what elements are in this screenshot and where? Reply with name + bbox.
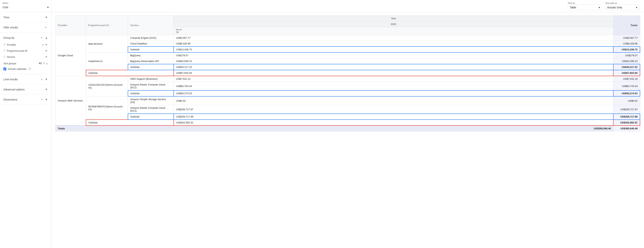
resize-handle-account[interactable]: ↔ bbox=[110, 25, 111, 27]
cell-subtotal-total-4: US$209,717.99 bbox=[613, 114, 640, 120]
remove-service-button[interactable]: ✕ bbox=[45, 55, 48, 59]
resize-handle-service[interactable]: ↔ bbox=[139, 25, 141, 27]
dimensions-section: Dimensions ＋ ▾ bbox=[0, 94, 51, 105]
cell-total-ec2-demo1: US$85,743.43 bbox=[613, 82, 640, 91]
cell-total-bq-reservation: US$43,938.15 bbox=[613, 58, 640, 64]
drag-handle-icon: ⠿ bbox=[4, 49, 5, 52]
sort-az-button[interactable]: AZ bbox=[39, 62, 42, 65]
cell-subtotal-red-month: US$57,653.94 bbox=[174, 70, 614, 76]
limit-results-collapse-button[interactable]: ▾ bbox=[45, 77, 48, 82]
limit-results-add-button[interactable]: ＋ bbox=[40, 77, 44, 82]
include-subtotals-checkbox[interactable] bbox=[4, 68, 6, 70]
include-subtotals-label: Include subtotals bbox=[8, 68, 26, 70]
sort-asc-button[interactable]: ↗ bbox=[42, 62, 45, 65]
cell-totals-label: Totals bbox=[56, 126, 174, 131]
group-by-add-button[interactable]: ＋ bbox=[40, 35, 44, 40]
th-service: Service ↔ bbox=[128, 16, 174, 35]
top-bar: View As Table ▾ View data as Actuals Onl… bbox=[52, 0, 644, 13]
metric-section: Metric Cost ▾ bbox=[0, 0, 51, 13]
table-row: reoptimize-io BigQuery US$279.07 US$279.… bbox=[56, 53, 640, 58]
view-data-as-select[interactable]: Actuals Only ▾ bbox=[605, 5, 640, 10]
data-table: Provider ↔ Project/Account ID ↔ Service … bbox=[55, 16, 640, 131]
cell-service-dataflow: Cloud Dataflow bbox=[128, 41, 174, 47]
cell-value-bq-reservation: US$43,938.15 bbox=[174, 58, 614, 64]
group-by-header[interactable]: Group by ＋ ▴ bbox=[4, 35, 48, 40]
sort-desc-button[interactable]: ↘ bbox=[46, 62, 48, 65]
filter-results-header[interactable]: Filter results ＋ bbox=[4, 25, 48, 30]
table-row: Google Cloud data-etl-prod Compute Engin… bbox=[56, 35, 640, 41]
chevron-up-icon: ▴ bbox=[46, 36, 47, 40]
cell-value-gce: US$4,007.77 bbox=[174, 35, 614, 41]
dimensions-collapse-button[interactable]: ▾ bbox=[45, 97, 48, 102]
resize-handle-provider[interactable]: ↔ bbox=[68, 25, 70, 27]
group-item-account-actions: ✕ bbox=[45, 49, 48, 53]
view-as-select[interactable]: Table ▾ bbox=[568, 5, 602, 10]
cell-value-ec2-demo2: US$209,717.97 bbox=[174, 105, 614, 114]
drag-handle-icon: ⠿ bbox=[4, 43, 5, 46]
cell-account-demo2: 567856785678 (Demo Account #2) bbox=[86, 96, 128, 120]
advanced-options-collapse-button[interactable]: ▾ bbox=[45, 87, 48, 92]
sort-icons: AZ ↗ ↘ bbox=[39, 62, 48, 65]
table-row: Cloud Dataflow US$9,428.96 US$9,428.96 bbox=[56, 41, 640, 47]
view-as-dropdown: View As Table ▾ bbox=[568, 2, 602, 10]
limit-results-label: Limit results bbox=[4, 78, 18, 81]
table-row: Amazon Elastic Compute Cloud (EC2) US$20… bbox=[56, 105, 640, 114]
cell-subtotal-red-total: US$57,653.94 bbox=[613, 70, 640, 76]
cell-value-dataflow: US$9,428.96 bbox=[174, 41, 614, 47]
table-row-subtotal-blue-3: Subtotal US$93,274.53 US$93,274.53 bbox=[56, 90, 640, 96]
dimensions-header[interactable]: Dimensions ＋ ▾ bbox=[4, 97, 48, 102]
cell-account-demo1: 123412341234 (Demo Account #1) bbox=[86, 76, 128, 96]
sort-groups-label: Sort groups bbox=[4, 62, 16, 65]
cell-value-s3: US$0.02 bbox=[174, 96, 614, 105]
view-as-chevron-icon: ▾ bbox=[599, 6, 600, 9]
plus-icon: ＋ bbox=[40, 36, 43, 40]
table-row-subtotal-red-2: Subtotal US$302,992.52 US$302,992.52 bbox=[56, 120, 640, 126]
cell-value-ec2-demo1: US$85,743.43 bbox=[174, 82, 614, 91]
time-section: Time ▾ bbox=[0, 13, 51, 22]
cell-value-aws-support: US$7,531.10 bbox=[174, 76, 614, 82]
dimensions-add-button[interactable]: ＋ bbox=[40, 97, 44, 102]
table-row-subtotal-red: Subtotal US$57,653.94 US$57,653.94 bbox=[56, 70, 640, 76]
view-data-as-chevron-icon: ▾ bbox=[636, 6, 637, 9]
group-item-account-label: Project/Account ID bbox=[7, 49, 43, 52]
time-collapse-button[interactable]: ▾ bbox=[45, 15, 48, 20]
group-item-service: ⠿ Service ✕ bbox=[4, 54, 48, 60]
remove-provider-button[interactable]: ✕ bbox=[45, 43, 48, 47]
table-area: Provider ↔ Project/Account ID ↔ Service … bbox=[52, 13, 644, 248]
metric-dropdown[interactable]: Cost ▾ bbox=[3, 5, 48, 10]
cell-subtotal-total-2: US$44,217.22 bbox=[613, 64, 640, 70]
cell-total-ec2-demo2: US$209,717.97 bbox=[613, 105, 640, 114]
chevron-down-icon: ▾ bbox=[46, 16, 47, 19]
sidebar: Metric Cost ▾ Time ▾ Filter results ＋ bbox=[0, 0, 52, 248]
sort-groups-row: Sort groups AZ ↗ ↘ bbox=[4, 60, 48, 66]
view-as-label: View As bbox=[568, 2, 602, 4]
cell-totals-total: US$360,646.46 bbox=[613, 126, 640, 131]
advanced-options-header[interactable]: Advanced options ▾ bbox=[4, 87, 48, 92]
include-subtotals-row: Include subtotals ⓘ bbox=[4, 66, 48, 71]
table-row: Amazon Elastic Compute Cloud (EC2) US$85… bbox=[56, 82, 640, 91]
filter-icon[interactable]: ≡ bbox=[42, 43, 44, 47]
cell-service-bigquery: BigQuery bbox=[128, 53, 174, 58]
dimensions-label: Dimensions bbox=[4, 98, 17, 101]
plus-icon: ＋ bbox=[40, 77, 43, 81]
chevron-down-icon: ▾ bbox=[46, 77, 47, 81]
cell-total-s3: US$0.02 bbox=[613, 96, 640, 105]
cell-subtotal-month: US$13,436.72 bbox=[174, 47, 614, 53]
cell-totals-month: US$360,646.46 bbox=[174, 126, 614, 131]
cell-subtotal-month-2: US$44,217.22 bbox=[174, 64, 614, 70]
filter-results-add-button[interactable]: ＋ bbox=[43, 25, 48, 30]
group-item-account: ⠿ Project/Account ID ✕ bbox=[4, 48, 48, 54]
table-row-subtotal-blue-4: Subtotal US$209,717.99 US$209,717.99 bbox=[56, 114, 640, 120]
group-by-collapse-button[interactable]: ▴ bbox=[45, 35, 48, 40]
limit-results-header[interactable]: Limit results ＋ ▾ bbox=[4, 77, 48, 82]
metric-chevron-icon: ▾ bbox=[47, 6, 48, 9]
cell-subtotal-red-total-2: US$302,992.52 bbox=[613, 120, 640, 126]
cell-subtotal-month-4: US$209,717.99 bbox=[174, 114, 614, 120]
metric-label: Metric bbox=[3, 2, 48, 4]
remove-account-button[interactable]: ✕ bbox=[45, 49, 48, 53]
limit-results-section: Limit results ＋ ▾ bbox=[0, 74, 51, 85]
filter-results-label: Filter results bbox=[4, 26, 18, 29]
time-header[interactable]: Time ▾ bbox=[4, 15, 48, 20]
cell-subtotal-label-4: Subtotal bbox=[128, 114, 174, 120]
totals-footer-row: Totals US$360,646.46 US$360,646.46 bbox=[56, 126, 640, 131]
